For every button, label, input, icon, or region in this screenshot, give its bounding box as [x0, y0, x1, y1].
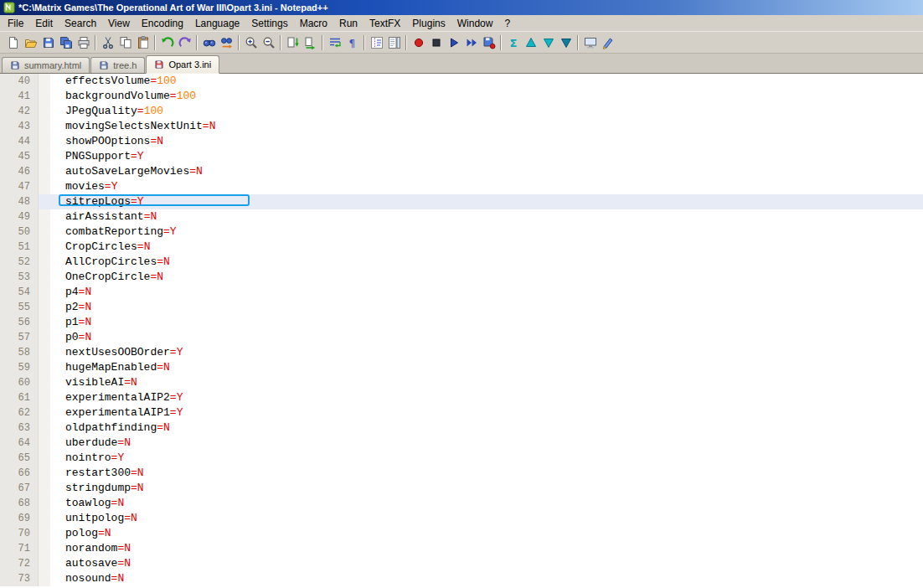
fold-margin[interactable]	[50, 224, 64, 240]
line-number[interactable]: 71	[0, 541, 39, 556]
fold-margin[interactable]	[50, 285, 64, 300]
sync-horizontal-button[interactable]	[302, 34, 319, 51]
bookmark-margin[interactable]	[39, 436, 50, 451]
tab-summary-html[interactable]: summary.html	[2, 57, 90, 73]
bookmark-margin[interactable]	[39, 179, 50, 194]
plugin-monitor-button[interactable]	[581, 34, 599, 51]
line-number[interactable]: 46	[0, 164, 39, 179]
line-number[interactable]: 40	[0, 74, 39, 89]
line-number[interactable]: 49	[0, 209, 39, 224]
fold-margin[interactable]	[50, 511, 64, 526]
menu-item-textfx[interactable]: TextFX	[364, 16, 406, 31]
replace-button[interactable]	[218, 34, 235, 51]
line-number[interactable]: 58	[0, 345, 39, 360]
line-number[interactable]: 53	[0, 270, 39, 285]
menu-item-settings[interactable]: Settings	[245, 16, 293, 31]
tab-tree-h[interactable]: tree.h	[90, 57, 145, 73]
fold-margin[interactable]	[50, 466, 64, 481]
bookmark-margin[interactable]	[39, 466, 50, 481]
bookmark-margin[interactable]	[39, 345, 50, 360]
fold-margin[interactable]	[50, 315, 64, 330]
title-bar[interactable]: *C:\Matrix Games\The Operational Art of …	[0, 0, 923, 15]
line-number[interactable]: 56	[0, 315, 39, 330]
fold-margin[interactable]	[50, 481, 64, 496]
bookmark-margin[interactable]	[39, 224, 50, 240]
menu-item-plugins[interactable]: Plugins	[406, 16, 451, 31]
bookmark-margin[interactable]	[39, 420, 50, 436]
menu-item-macro[interactable]: Macro	[294, 16, 333, 31]
menu-item-encoding[interactable]: Encoding	[136, 16, 189, 31]
editor-line-54[interactable]: 54p4=N	[0, 285, 923, 300]
indent-guide-button[interactable]	[368, 34, 385, 51]
editor-line-48[interactable]: 48sitrepLogs=Y	[0, 194, 923, 209]
line-number[interactable]: 57	[0, 330, 39, 345]
editor-line-55[interactable]: 55p2=N	[0, 300, 923, 315]
word-wrap-button[interactable]	[326, 34, 343, 51]
fold-margin[interactable]	[50, 526, 64, 541]
bookmark-margin[interactable]	[39, 511, 50, 526]
editor-line-73[interactable]: 73nosound=N	[0, 571, 923, 586]
editor-line-43[interactable]: 43movingSelectsNextUnit=N	[0, 119, 923, 134]
sync-vertical-button[interactable]	[284, 34, 302, 51]
line-number[interactable]: 44	[0, 134, 39, 149]
bookmark-margin[interactable]	[39, 496, 50, 511]
fold-margin[interactable]	[50, 390, 64, 405]
save-button[interactable]	[39, 34, 57, 51]
stop-macro-button[interactable]	[427, 34, 445, 51]
copy-button[interactable]	[116, 34, 134, 51]
fold-margin[interactable]	[50, 209, 64, 224]
fold-margin[interactable]	[50, 360, 64, 375]
bookmark-margin[interactable]	[39, 240, 50, 255]
editor-line-69[interactable]: 69unitpolog=N	[0, 511, 923, 526]
tab-opart-3-ini[interactable]: Opart 3.ini	[146, 55, 219, 74]
bookmark-margin[interactable]	[39, 149, 50, 164]
line-number[interactable]: 62	[0, 405, 39, 420]
fold-margin[interactable]	[50, 330, 64, 345]
editor-line-62[interactable]: 62experimentalAIP1=Y	[0, 405, 923, 420]
save-all-button[interactable]	[57, 34, 75, 51]
line-number[interactable]: 67	[0, 481, 39, 496]
bookmark-margin[interactable]	[39, 451, 50, 466]
line-number[interactable]: 70	[0, 526, 39, 541]
editor-line-61[interactable]: 61experimentalAIP2=Y	[0, 390, 923, 405]
fold-margin[interactable]	[50, 405, 64, 420]
print-button[interactable]	[75, 34, 92, 51]
editor-line-65[interactable]: 65nointro=Y	[0, 451, 923, 466]
open-button[interactable]	[22, 34, 39, 51]
menu-item-search[interactable]: Search	[59, 16, 102, 31]
fold-margin[interactable]	[50, 104, 64, 119]
editor-line-60[interactable]: 60visibleAI=N	[0, 375, 923, 390]
editor-line-70[interactable]: 70polog=N	[0, 526, 923, 541]
playback-macro-button[interactable]	[445, 34, 462, 51]
editor-line-49[interactable]: 49airAssistant=N	[0, 209, 923, 224]
editor-area[interactable]: 40effectsVolume=10041backgroundVolume=10…	[0, 74, 923, 588]
line-number[interactable]: 51	[0, 240, 39, 255]
fold-margin[interactable]	[50, 164, 64, 179]
bookmark-margin[interactable]	[39, 390, 50, 405]
line-number[interactable]: 50	[0, 224, 39, 240]
find-button[interactable]	[200, 34, 218, 51]
undo-button[interactable]	[158, 34, 176, 51]
spell-check-button[interactable]	[599, 34, 616, 51]
bookmark-margin[interactable]	[39, 360, 50, 375]
fold-margin[interactable]	[50, 179, 64, 194]
editor-line-40[interactable]: 40effectsVolume=100	[0, 74, 923, 89]
bookmark-margin[interactable]	[39, 270, 50, 285]
line-number[interactable]: 41	[0, 89, 39, 104]
bookmark-margin[interactable]	[39, 300, 50, 315]
line-number[interactable]: 48	[0, 194, 39, 209]
line-number[interactable]: 54	[0, 285, 39, 300]
editor-line-41[interactable]: 41backgroundVolume=100	[0, 89, 923, 104]
editor-line-67[interactable]: 67stringdump=N	[0, 481, 923, 496]
menu-item-edit[interactable]: Edit	[29, 16, 59, 31]
bookmark-margin[interactable]	[39, 541, 50, 556]
record-macro-button[interactable]	[410, 34, 427, 51]
fold-margin[interactable]	[50, 89, 64, 104]
menu-item-file[interactable]: File	[2, 16, 29, 31]
line-number[interactable]: 63	[0, 420, 39, 436]
line-number[interactable]: 72	[0, 556, 39, 571]
fold-margin[interactable]	[50, 270, 64, 285]
editor-line-42[interactable]: 42JPegQuality=100	[0, 104, 923, 119]
line-number[interactable]: 45	[0, 149, 39, 164]
line-number[interactable]: 43	[0, 119, 39, 134]
